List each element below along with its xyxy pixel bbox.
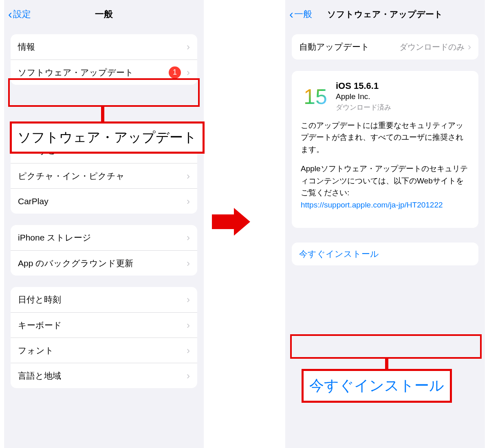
update-version: iOS 15.6.1 <box>336 81 391 91</box>
update-description: このアップデートには重要なセキュリティアップデートが含まれ、すべてのユーザに推奨… <box>301 119 469 211</box>
chevron-right-icon: › <box>187 42 190 52</box>
group-airplay: AirPlay と Handoff › ピクチャ・イン・ピクチャ › CarPl… <box>11 138 197 214</box>
ios-version-icon: 15 <box>301 82 330 111</box>
nav-bar: ‹ 一般 ソフトウェア・アップデート <box>285 0 485 29</box>
update-status: ダウンロード済み <box>336 103 391 112</box>
row-date-time[interactable]: 日付と時刻 › <box>11 287 197 312</box>
chevron-right-icon: › <box>187 320 190 330</box>
row-label: iPhone ストレージ <box>18 232 187 243</box>
chevron-right-icon: › <box>187 258 190 268</box>
row-pip[interactable]: ピクチャ・イン・ピクチャ › <box>11 163 197 188</box>
page-title: ソフトウェア・アップデート <box>285 9 485 20</box>
row-label: ピクチャ・イン・ピクチャ <box>18 170 187 182</box>
row-auto-update[interactable]: 自動アップデート ダウンロードのみ › <box>292 34 478 60</box>
update-meta: iOS 15.6.1 Apple Inc. ダウンロード済み <box>336 81 391 112</box>
group-datetime: 日付と時刻 › キーボード › フォント › 言語と地域 › <box>11 287 197 388</box>
page-title: 一般 <box>4 8 204 20</box>
row-label: フォント <box>18 345 187 356</box>
back-button[interactable]: ‹ 一般 <box>289 8 312 20</box>
chevron-right-icon: › <box>187 146 190 155</box>
row-airplay-handoff[interactable]: AirPlay と Handoff › <box>11 138 197 163</box>
row-about[interactable]: 情報 › <box>11 34 197 60</box>
chevron-right-icon: › <box>187 233 190 243</box>
update-details-card: 15 iOS 15.6.1 Apple Inc. ダウンロード済み このアップデ… <box>292 71 478 228</box>
row-label: 日付と時刻 <box>18 294 187 305</box>
chevron-right-icon: › <box>187 346 190 355</box>
row-label: CarPlay <box>18 196 187 206</box>
group-auto-update: 自動アップデート ダウンロードのみ › <box>292 34 478 60</box>
group-info-update: 情報 › ソフトウェア・アップデート 1 › <box>11 34 197 85</box>
chevron-right-icon: › <box>187 371 190 381</box>
settings-general-screen: ‹ 設定 一般 情報 › ソフトウェア・アップデート 1 › AirPlay と… <box>4 0 204 448</box>
security-link[interactable]: https://support.apple.com/ja-jp/HT201222 <box>301 201 443 209</box>
row-fonts[interactable]: フォント › <box>11 338 197 363</box>
row-language-region[interactable]: 言語と地域 › <box>11 363 197 388</box>
update-company: Apple Inc. <box>336 92 391 101</box>
chevron-right-icon: › <box>187 171 190 181</box>
row-background-refresh[interactable]: App のバックグラウンド更新 › <box>11 250 197 276</box>
nav-bar: ‹ 設定 一般 <box>4 0 204 29</box>
back-button[interactable]: ‹ 設定 <box>8 8 31 20</box>
row-label: 自動アップデート <box>299 41 399 53</box>
row-iphone-storage[interactable]: iPhone ストレージ › <box>11 225 197 250</box>
install-now-button[interactable]: 今すぐインストール <box>292 243 478 265</box>
update-badge: 1 <box>169 66 181 79</box>
row-label: App のバックグラウンド更新 <box>18 258 187 269</box>
back-label: 一般 <box>294 8 312 20</box>
chevron-right-icon: › <box>187 295 190 305</box>
row-label: 言語と地域 <box>18 370 187 382</box>
group-storage: iPhone ストレージ › App のバックグラウンド更新 › <box>11 225 197 276</box>
row-carplay[interactable]: CarPlay › <box>11 188 197 214</box>
row-label: キーボード <box>18 320 187 331</box>
desc-text: Appleソフトウェア・アップデートのセキュリティコンテンツについては、以下のW… <box>301 164 468 197</box>
row-software-update[interactable]: ソフトウェア・アップデート 1 › <box>11 60 197 85</box>
update-header: 15 iOS 15.6.1 Apple Inc. ダウンロード済み <box>301 81 469 112</box>
row-detail: ダウンロードのみ <box>399 42 465 53</box>
desc-paragraph: このアップデートには重要なセキュリティアップデートが含まれ、すべてのユーザに推奨… <box>301 119 469 155</box>
row-keyboard[interactable]: キーボード › <box>11 312 197 338</box>
back-label: 設定 <box>13 8 31 20</box>
software-update-screen: ‹ 一般 ソフトウェア・アップデート 自動アップデート ダウンロードのみ › 1… <box>285 0 485 448</box>
chevron-right-icon: › <box>187 196 190 206</box>
chevron-right-icon: › <box>468 42 471 52</box>
row-label: 情報 <box>18 41 187 53</box>
chevron-right-icon: › <box>187 68 190 77</box>
row-label: ソフトウェア・アップデート <box>18 67 169 78</box>
desc-paragraph: Appleソフトウェア・アップデートのセキュリティコンテンツについては、以下のW… <box>301 163 469 211</box>
row-label: AirPlay と Handoff <box>18 145 187 156</box>
chevron-left-icon: ‹ <box>289 8 293 20</box>
chevron-left-icon: ‹ <box>8 8 12 20</box>
